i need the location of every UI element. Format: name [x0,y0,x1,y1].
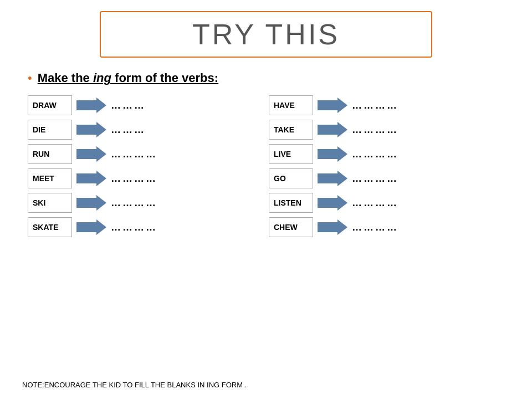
bullet-point: • [28,71,32,85]
verb-columns: DRAW ………DIE ………RUN …………MEET …………SKI …………… [22,95,510,237]
verb-box: LISTEN [269,193,313,213]
subtitle-text: Make the ing form of the verbs: [38,71,218,85]
verb-row: DIE ……… [28,120,269,140]
arrow-icon [318,96,347,114]
verb-box: MEET [28,168,72,188]
arrow-icon [76,194,106,212]
answer-dots: ………… [352,197,398,209]
verb-box: HAVE [269,95,313,115]
answer-dots: ……… [111,100,146,111]
verb-box: RUN [28,144,72,164]
verb-box: TAKE [269,120,313,140]
verb-row: GO ………… [269,168,510,188]
arrow-icon [318,194,347,212]
answer-dots: ………… [352,222,398,233]
svg-marker-2 [76,146,106,162]
right-column: HAVE …………TAKE …………LIVE …………GO …………LISTEN… [269,95,510,237]
svg-marker-4 [76,195,106,211]
answer-dots: ………… [111,222,157,233]
arrow-icon [318,145,347,163]
verb-box: CHEW [269,217,313,237]
answer-dots: ………… [111,149,157,160]
svg-marker-6 [318,98,347,113]
answer-dots: ………… [352,173,398,185]
subtitle-row: • Make the ing form of the verbs: [22,71,510,85]
title-box: TRY THIS [100,11,432,58]
verb-row: SKI ………… [28,193,269,213]
page: TRY THIS • Make the ing form of the verb… [0,0,532,399]
answer-dots: ………… [352,124,398,136]
svg-marker-0 [76,98,106,113]
svg-marker-7 [318,122,347,137]
left-column: DRAW ………DIE ………RUN …………MEET …………SKI …………… [28,95,269,237]
note-text: NOTE:ENCOURAGE THE KID TO FILL THE BLANK… [22,381,247,389]
verb-box: DRAW [28,95,72,115]
svg-marker-1 [76,122,106,137]
arrow-icon [76,96,106,114]
arrow-icon [318,218,347,236]
answer-dots: ………… [111,173,157,185]
verb-row: LISTEN ………… [269,193,510,213]
svg-marker-10 [318,195,347,211]
answer-dots: ………… [352,149,398,160]
verb-box: GO [269,168,313,188]
svg-marker-3 [76,171,106,186]
verb-row: RUN ………… [28,144,269,164]
arrow-icon [76,121,106,139]
svg-marker-11 [318,219,347,235]
verb-row: SKATE ………… [28,217,269,237]
answer-dots: ……… [111,124,146,136]
arrow-icon [318,170,347,187]
verb-row: CHEW ………… [269,217,510,237]
arrow-icon [76,218,106,236]
answer-dots: ………… [352,100,398,111]
svg-marker-9 [318,171,347,186]
verb-box: LIVE [269,144,313,164]
verb-box: SKATE [28,217,72,237]
verb-box: DIE [28,120,72,140]
arrow-icon [76,170,106,187]
answer-dots: ………… [111,197,157,209]
verb-row: MEET ………… [28,168,269,188]
svg-marker-5 [76,219,106,235]
verb-row: DRAW ……… [28,95,269,115]
verb-box: SKI [28,193,72,213]
svg-marker-8 [318,146,347,162]
verb-row: TAKE ………… [269,120,510,140]
verb-row: LIVE ………… [269,144,510,164]
arrow-icon [76,145,106,163]
verb-row: HAVE ………… [269,95,510,115]
arrow-icon [318,121,347,139]
page-title: TRY THIS [192,18,340,50]
